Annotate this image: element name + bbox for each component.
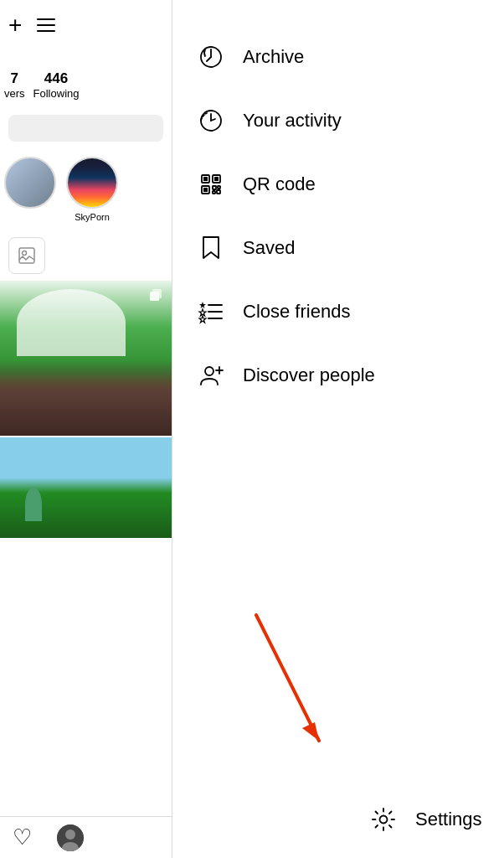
menu-item-activity[interactable]: Your activity [198,89,487,152]
post-grid [0,281,172,538]
left-panel: + 7 vers 446 Following SkyPorn [0,0,172,858]
story-circle-skyporn [66,157,118,209]
menu-item-close-friends[interactable]: Close friends [198,280,487,344]
profile-stats: 7 vers 446 Following [0,45,172,108]
following-count: 446 [44,70,68,87]
arrow-annotation [189,607,373,774]
profile-picture-placeholder [8,237,45,274]
archive-icon [198,44,224,70]
story-highlights-row: SkyPorn [0,148,172,230]
close-friends-label: Close friends [243,301,350,323]
sky-thumbnail [68,158,116,207]
discover-icon [198,362,224,389]
svg-rect-3 [152,289,162,298]
activity-label: Your activity [243,110,342,132]
hamburger-menu-icon[interactable] [37,18,55,32]
saved-icon [198,235,224,261]
menu-item-discover[interactable]: Discover people [198,344,487,407]
svg-rect-17 [213,191,215,194]
profile-icon-area [0,230,172,281]
svg-marker-22 [199,302,206,308]
post-image-2[interactable] [0,437,172,538]
svg-rect-14 [203,188,208,192]
svg-marker-24 [199,316,206,323]
activity-icon [198,107,224,134]
menu-item-saved[interactable]: Saved [198,216,487,280]
story-circle-other [4,157,56,209]
followers-stat[interactable]: 7 vers [4,70,25,100]
svg-line-28 [256,615,319,741]
bottom-nav: ♡ [0,816,172,858]
following-label: Following [33,87,80,100]
svg-rect-0 [19,248,34,263]
archive-label: Archive [243,46,304,68]
svg-rect-15 [213,186,216,189]
discover-label: Discover people [243,364,375,386]
svg-rect-18 [217,190,220,194]
post-image-1[interactable] [0,281,172,436]
story-item-other[interactable] [4,157,56,222]
svg-point-1 [23,251,27,256]
qr-label: QR code [243,173,316,195]
svg-rect-16 [218,186,220,189]
svg-point-30 [380,816,388,824]
qr-icon [198,171,224,198]
multi-photo-icon [148,287,165,308]
svg-point-5 [65,830,75,840]
story-label-skyporn: SkyPorn [75,212,110,222]
saved-label: Saved [243,237,295,259]
followers-label: vers [4,87,25,100]
like-icon[interactable]: ♡ [13,824,32,850]
search-bar[interactable] [8,115,163,142]
menu-item-qr[interactable]: QR code [198,152,487,216]
story-item-skyporn[interactable]: SkyPorn [66,157,118,222]
profile-avatar[interactable] [57,824,84,851]
settings-label: Settings [415,809,482,830]
svg-marker-29 [302,722,319,741]
menu-list: Archive Your activity [172,0,504,407]
close-friends-icon [198,298,224,325]
settings-icon [370,806,397,833]
right-panel-menu: Archive Your activity [172,0,504,858]
svg-rect-12 [214,177,219,181]
new-post-icon[interactable]: + [8,13,22,37]
followers-count: 7 [11,70,18,87]
top-bar: + [0,0,172,45]
svg-rect-10 [203,177,208,181]
following-stat[interactable]: 446 Following [33,70,80,100]
svg-point-25 [205,367,213,375]
menu-item-settings[interactable]: Settings [370,806,482,833]
menu-item-archive[interactable]: Archive [198,25,487,89]
